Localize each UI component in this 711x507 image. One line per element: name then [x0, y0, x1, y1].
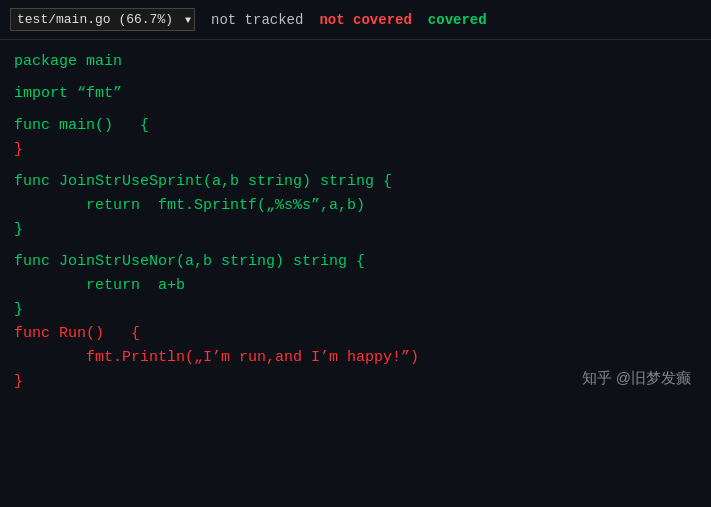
legend-covered: covered [428, 12, 487, 28]
code-line: func JoinStrUseNor(a,b string) string { [14, 250, 697, 274]
code-line: } [14, 298, 697, 322]
file-selector[interactable]: test/main.go (66.7%) [10, 8, 195, 31]
code-line [14, 242, 697, 250]
code-line: func main() { [14, 114, 697, 138]
code-line [14, 162, 697, 170]
code-line: } [14, 218, 697, 242]
watermark: 知乎 @旧梦发癫 [582, 369, 691, 388]
code-line: func JoinStrUseSprint(a,b string) string… [14, 170, 697, 194]
code-line: return fmt.Sprintf(„%s%s”,a,b) [14, 194, 697, 218]
toolbar: test/main.go (66.7%) not tracked not cov… [0, 0, 711, 40]
file-selector-wrapper[interactable]: test/main.go (66.7%) [10, 8, 195, 31]
code-line: } [14, 138, 697, 162]
code-lines: package mainimport “fmt”func main() {}fu… [14, 50, 697, 394]
code-line: fmt.Println(„I’m run,and I’m happy!”) [14, 346, 697, 370]
code-line [14, 106, 697, 114]
code-line [14, 74, 697, 82]
code-line: return a+b [14, 274, 697, 298]
code-area: package mainimport “fmt”func main() {}fu… [0, 40, 711, 404]
code-line: package main [14, 50, 697, 74]
legend-not-covered: not covered [319, 12, 411, 28]
code-line: func Run() { [14, 322, 697, 346]
code-line: import “fmt” [14, 82, 697, 106]
legend-not-tracked: not tracked [211, 12, 303, 28]
